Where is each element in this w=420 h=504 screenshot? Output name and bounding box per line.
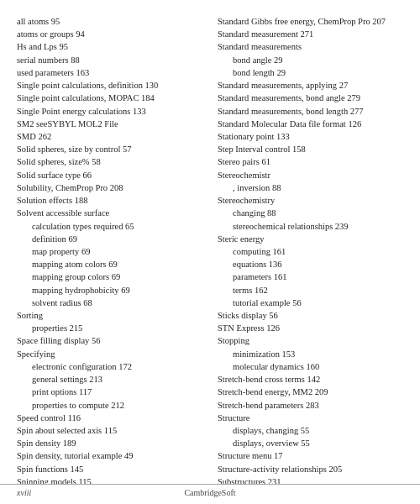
index-entry: Structure menu 17 xyxy=(218,449,403,462)
index-entry: Standard measurements, bond length 277 xyxy=(218,105,403,118)
index-entry: all atoms 95 xyxy=(17,15,202,28)
index-entry: atoms or groups 94 xyxy=(17,28,202,40)
index-entry: Speed control 116 xyxy=(17,412,202,424)
index-entry: electronic configuration 172 xyxy=(17,360,202,373)
index-entry: Stationary point 133 xyxy=(218,130,403,143)
index-entry: used parameters 163 xyxy=(17,66,202,79)
index-entry: Structure xyxy=(218,412,403,424)
footer-page-number: xviii xyxy=(17,488,145,497)
index-entry: Hs and Lps 95 xyxy=(17,40,202,53)
index-entry: print options 117 xyxy=(17,386,202,398)
index-entry: Spinning models 115 xyxy=(17,475,202,484)
index-entry: Standard Molecular Data file format 126 xyxy=(218,118,403,130)
index-entry: serial numbers 88 xyxy=(17,54,202,66)
left-column: all atoms 95atoms or groups 94Hs and Lps… xyxy=(17,15,202,475)
index-entry: Stopping xyxy=(218,334,403,347)
index-entry: STN Express 126 xyxy=(218,322,403,334)
index-entry: stereochemical relationships 239 xyxy=(218,220,403,233)
index-entry: equations 136 xyxy=(218,258,403,270)
index-entry: map property 69 xyxy=(17,245,202,258)
index-entry: Solvent accessible surface xyxy=(17,207,202,219)
index-entry: mapping hydrophobicity 69 xyxy=(17,284,202,297)
index-entry: mapping group colors 69 xyxy=(17,270,202,283)
index-entry: Standard measurements, bond angle 279 xyxy=(218,92,403,104)
index-entry: Spin functions 145 xyxy=(17,463,202,475)
index-entry: Spin about selected axis 115 xyxy=(17,424,202,437)
index-entry: Specifying xyxy=(17,348,202,360)
index-entry: Standard measurements, applying 27 xyxy=(218,79,403,92)
index-entry: parameters 161 xyxy=(218,270,403,283)
index-entry: displays, overview 55 xyxy=(218,437,403,449)
index-entry: calculation types required 65 xyxy=(17,220,202,233)
index-entry: properties 215 xyxy=(17,322,202,334)
index-entry: Standard measurement 271 xyxy=(218,28,403,40)
index-entry: Stereochemistry xyxy=(218,194,403,207)
index-entry: Steric energy xyxy=(218,233,403,245)
index-entry: Structure-activity relationships 205 xyxy=(218,463,403,475)
index-entry: Stretch-bend energy, MM2 209 xyxy=(218,386,403,398)
index-entry: general settings 213 xyxy=(17,373,202,386)
index-entry: minimization 153 xyxy=(218,348,403,360)
index-entry: molecular dynamics 160 xyxy=(218,360,403,373)
index-entry: bond angle 29 xyxy=(218,54,403,66)
index-entry: bond length 29 xyxy=(218,66,403,79)
index-entry: Standard Gibbs free energy, ChemProp Pro… xyxy=(218,15,403,28)
index-entry: Sticks display 56 xyxy=(218,309,403,322)
index-entry: displays, changing 55 xyxy=(218,424,403,437)
index-entry: Space filling display 56 xyxy=(17,334,202,347)
right-column: Standard Gibbs free energy, ChemProp Pro… xyxy=(218,15,403,475)
index-entry: Stretch-bend cross terms 142 xyxy=(218,373,403,386)
index-entry: Stretch-bend parameters 283 xyxy=(218,399,403,412)
index-entry: Single Point energy calculations 133 xyxy=(17,105,202,118)
index-entry: SM2 seeSYBYL MOL2 File xyxy=(17,118,202,130)
index-entry: Substructures 231 xyxy=(218,475,403,484)
index-entry: Spin density, tutorial example 49 xyxy=(17,449,202,462)
index-entry: Single point calculations, definition 13… xyxy=(17,79,202,92)
index-entry: mapping atom colors 69 xyxy=(17,258,202,270)
index-entry: , inversion 88 xyxy=(218,181,403,194)
footer: xviii CambridgeSoft xyxy=(0,484,420,504)
page: all atoms 95atoms or groups 94Hs and Lps… xyxy=(0,0,420,504)
index-entry: Single point calculations, MOPAC 184 xyxy=(17,92,202,104)
index-entry: Solid spheres, size by control 57 xyxy=(17,143,202,155)
index-entry: solvent radius 68 xyxy=(17,297,202,309)
content-area: all atoms 95atoms or groups 94Hs and Lps… xyxy=(0,0,420,484)
index-entry: Stereochemistr xyxy=(218,169,403,181)
footer-brand: CambridgeSoft xyxy=(145,488,274,497)
index-entry: Solubility, ChemProp Pro 208 xyxy=(17,181,202,194)
index-entry: properties to compute 212 xyxy=(17,399,202,412)
index-entry: Step Interval control 158 xyxy=(218,143,403,155)
index-entry: Standard measurements xyxy=(218,40,403,53)
index-entry: tutorial example 56 xyxy=(218,297,403,309)
index-entry: changing 88 xyxy=(218,207,403,219)
index-entry: SMD 262 xyxy=(17,130,202,143)
index-entry: Stereo pairs 61 xyxy=(218,155,403,168)
index-entry: Solid spheres, size% 58 xyxy=(17,155,202,168)
index-entry: Sorting xyxy=(17,309,202,322)
index-entry: Solution effects 188 xyxy=(17,194,202,207)
index-entry: terms 162 xyxy=(218,284,403,297)
index-entry: definition 69 xyxy=(17,233,202,245)
index-entry: computing 161 xyxy=(218,245,403,258)
index-entry: Spin density 189 xyxy=(17,437,202,449)
index-entry: Solid surface type 66 xyxy=(17,169,202,181)
